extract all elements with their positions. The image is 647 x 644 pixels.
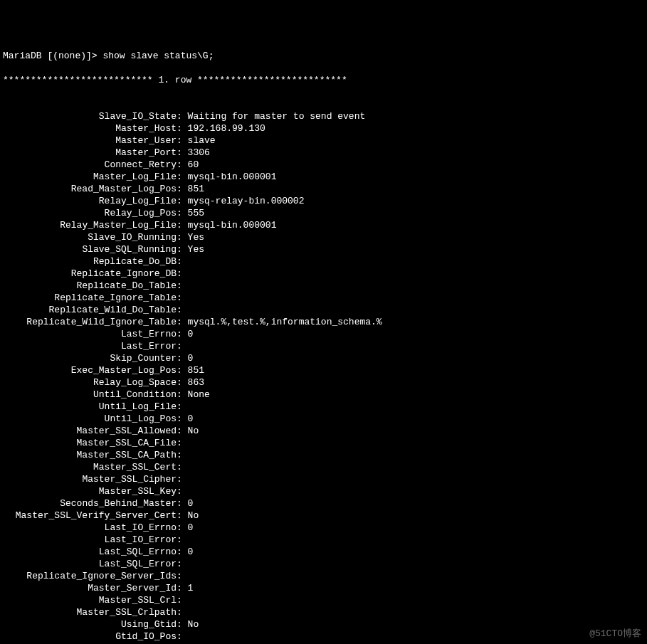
status-label: Until_Condition — [3, 389, 177, 401]
status-label: Replicate_Wild_Ignore_Table — [3, 316, 177, 328]
status-label: Master_SSL_Cert — [3, 461, 177, 473]
status-value: 555 — [188, 208, 204, 218]
status-label: Master_Log_File — [3, 171, 177, 183]
colon: : — [177, 123, 188, 134]
status-label: Relay_Log_Space — [3, 376, 177, 389]
status-label: Master_Port — [3, 147, 177, 159]
status-row: Relay_Log_Space: 863 — [3, 376, 647, 389]
status-label: Using_Gtid — [3, 618, 177, 630]
status-row: Last_SQL_Errno: 0 — [3, 546, 647, 558]
status-value: slave — [188, 135, 216, 146]
status-label: Skip_Counter — [3, 352, 177, 364]
status-row: Master_SSL_CA_File: — [3, 437, 647, 449]
status-label: Master_SSL_Crlpath — [3, 606, 177, 618]
status-value: 1 — [188, 583, 194, 593]
colon: : — [177, 522, 188, 533]
status-row: Seconds_Behind_Master: 0 — [3, 497, 647, 510]
status-row: Gtid_IO_Pos: — [3, 630, 647, 643]
status-label: Last_Errno — [3, 328, 177, 340]
colon: : — [177, 377, 188, 388]
status-row: Slave_SQL_Running: Yes — [3, 243, 647, 255]
colon: : — [177, 401, 188, 412]
colon: : — [177, 413, 188, 424]
status-row: Slave_IO_Running: Yes — [3, 231, 647, 243]
status-row: Connect_Retry: 60 — [3, 159, 647, 171]
status-label: Master_SSL_Key — [3, 485, 177, 497]
status-label: Master_SSL_CA_Path — [3, 449, 177, 461]
status-value: 0 — [188, 547, 194, 557]
status-label: Read_Master_Log_Pos — [3, 183, 177, 195]
status-row: Master_SSL_CA_Path: — [3, 449, 647, 461]
status-row: Replicate_Wild_Do_Table: — [3, 304, 647, 316]
status-label: Last_IO_Errno — [3, 522, 177, 534]
status-row: Master_Log_File: mysql-bin.000001 — [3, 171, 647, 183]
status-row: Replicate_Ignore_DB: — [3, 268, 647, 280]
status-label: Slave_IO_State — [3, 110, 177, 122]
status-row: Master_SSL_Allowed: No — [3, 425, 647, 437]
colon: : — [177, 559, 188, 569]
colon: : — [177, 571, 188, 581]
status-row: Master_Host: 192.168.99.130 — [3, 122, 647, 134]
status-label: Until_Log_File — [3, 401, 177, 413]
status-label: Replicate_Ignore_DB — [3, 268, 177, 280]
status-row: Skip_Counter: 0 — [3, 352, 647, 364]
colon: : — [177, 486, 188, 497]
status-label: Relay_Master_Log_File — [3, 219, 177, 231]
colon: : — [177, 438, 188, 448]
colon: : — [177, 135, 188, 146]
colon: : — [177, 244, 188, 255]
status-row: Relay_Log_Pos: 555 — [3, 207, 647, 219]
status-value: Yes — [188, 244, 204, 255]
status-value: 3306 — [188, 147, 210, 158]
status-row: Replicate_Do_DB: — [3, 255, 647, 268]
colon: : — [177, 462, 188, 473]
colon: : — [177, 232, 188, 243]
status-value: 192.168.99.130 — [188, 123, 265, 134]
status-label: Exec_Master_Log_Pos — [3, 364, 177, 376]
sql-prompt[interactable]: MariaDB [(none)]> show slave status\G; — [3, 50, 647, 62]
colon: : — [177, 184, 188, 194]
colon: : — [177, 341, 188, 352]
status-label: Master_Server_Id — [3, 582, 177, 594]
colon: : — [177, 547, 188, 557]
status-label: Master_SSL_Crl — [3, 594, 177, 606]
colon: : — [177, 268, 188, 279]
status-label: Replicate_Ignore_Table — [3, 292, 177, 304]
status-row: Until_Condition: None — [3, 389, 647, 401]
colon: : — [177, 196, 188, 206]
colon: : — [177, 607, 188, 618]
colon: : — [177, 583, 188, 593]
status-label: Relay_Log_Pos — [3, 207, 177, 219]
status-row: Master_User: slave — [3, 134, 647, 147]
colon: : — [177, 280, 188, 291]
colon: : — [177, 426, 188, 436]
status-row: Master_SSL_Crl: — [3, 594, 647, 606]
colon: : — [177, 365, 188, 376]
status-row: Exec_Master_Log_Pos: 851 — [3, 364, 647, 376]
status-value: No — [188, 619, 199, 630]
colon: : — [177, 329, 188, 339]
status-label: Seconds_Behind_Master — [3, 497, 177, 510]
status-label: Until_Log_Pos — [3, 413, 177, 425]
colon: : — [177, 510, 188, 521]
colon: : — [177, 220, 188, 231]
status-row: Last_IO_Errno: 0 — [3, 522, 647, 534]
status-value: 0 — [188, 413, 194, 424]
status-row: Replicate_Wild_Ignore_Table: mysql.%,tes… — [3, 316, 647, 328]
status-row: Replicate_Ignore_Table: — [3, 292, 647, 304]
status-label: Replicate_Ignore_Server_Ids — [3, 570, 177, 582]
colon: : — [177, 498, 188, 509]
colon: : — [177, 534, 188, 545]
status-value: 851 — [188, 365, 204, 376]
status-value: 0 — [188, 522, 194, 533]
watermark-text: @51CTO博客 — [589, 628, 641, 640]
colon: : — [177, 474, 188, 485]
status-value: 0 — [188, 329, 194, 339]
colon: : — [177, 292, 188, 303]
status-label: Master_SSL_Verify_Server_Cert — [3, 510, 177, 522]
status-label: Connect_Retry — [3, 159, 177, 171]
colon: : — [177, 317, 188, 327]
status-row: Relay_Master_Log_File: mysql-bin.000001 — [3, 219, 647, 231]
status-label: Master_SSL_CA_File — [3, 437, 177, 449]
colon: : — [177, 305, 188, 315]
